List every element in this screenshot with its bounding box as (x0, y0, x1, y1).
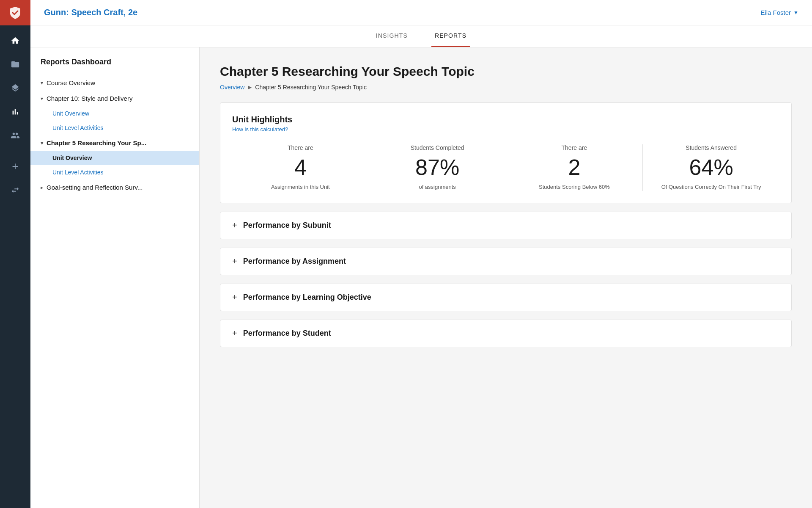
nav-bar (0, 0, 30, 508)
stat-sublabel-2: Students Scoring Below 60% (513, 183, 636, 191)
chevron-down-icon: ▾ (41, 96, 43, 102)
page-title: Chapter 5 Researching Your Speech Topic (220, 64, 792, 79)
sidebar-item-course-overview: ▾ Course Overview (30, 75, 199, 91)
stat-value-0: 4 (239, 156, 362, 178)
stat-value-3: 64% (650, 156, 773, 178)
sidebar: Reports Dashboard ▾ Course Overview ▾ Ch… (30, 47, 200, 508)
stat-sublabel-3: Of Questions Correctly On Their First Tr… (650, 183, 773, 191)
sidebar-chapter-5[interactable]: ▾ Chapter 5 Researching Your Sp... (30, 135, 199, 151)
app-title: Gunn: Speech Craft, 2e (44, 8, 137, 17)
highlights-stats: There are 4 Assignments in this Unit Stu… (232, 144, 779, 191)
performance-by-learning-objective-card[interactable]: + Performance by Learning Objective (220, 284, 792, 311)
performance-by-assignment-card[interactable]: + Performance by Assignment (220, 248, 792, 275)
expand-icon: + (232, 293, 237, 302)
main-content: Chapter 5 Researching Your Speech Topic … (200, 47, 812, 508)
sidebar-unit-activities-ch10[interactable]: Unit Level Activities (30, 121, 199, 135)
how-is-this-calculated-link[interactable]: How is this calculated? (232, 126, 779, 133)
performance-by-subunit-card[interactable]: + Performance by Subunit (220, 212, 792, 239)
user-chevron-icon: ▼ (793, 10, 798, 16)
breadcrumb-current: Chapter 5 Researching Your Speech Topic (255, 84, 367, 91)
chevron-right-icon: ▸ (41, 185, 43, 190)
unit-highlights-card: Unit Highlights How is this calculated? … (220, 102, 792, 203)
stat-label-2: There are (513, 144, 636, 151)
performance-by-learning-objective-title: Performance by Learning Objective (243, 293, 371, 302)
chevron-down-icon: ▾ (41, 140, 43, 146)
stat-label-3: Students Answered (650, 144, 773, 151)
stat-completed: Students Completed 87% of assignments (369, 144, 506, 191)
tab-reports[interactable]: REPORTS (431, 25, 470, 47)
home-nav-icon[interactable] (5, 30, 25, 51)
stat-value-1: 87% (376, 156, 499, 178)
sidebar-item-goal-setting: ▸ Goal-setting and Reflection Surv... (30, 179, 199, 195)
sidebar-chapter-course-overview[interactable]: ▾ Course Overview (30, 75, 199, 91)
performance-by-assignment-title: Performance by Assignment (243, 257, 346, 266)
stat-answered-correctly: Students Answered 64% Of Questions Corre… (643, 144, 779, 191)
chevron-down-icon: ▾ (41, 80, 43, 86)
tab-insights[interactable]: INSIGHTS (373, 25, 411, 47)
sidebar-unit-activities-ch5[interactable]: Unit Level Activities (30, 165, 199, 179)
sidebar-unit-overview-ch10[interactable]: Unit Overview (30, 106, 199, 121)
sidebar-chapter-10[interactable]: ▾ Chapter 10: Style and Delivery (30, 91, 199, 106)
breadcrumb: Overview ▶ Chapter 5 Researching Your Sp… (220, 84, 792, 91)
breadcrumb-overview-link[interactable]: Overview (220, 84, 244, 91)
highlights-title: Unit Highlights (232, 115, 779, 124)
sidebar-chapter-label: Course Overview (47, 79, 95, 86)
main-wrapper: Gunn: Speech Craft, 2e Eila Foster ▼ INS… (30, 0, 812, 508)
stat-below-60: There are 2 Students Scoring Below 60% (506, 144, 643, 191)
people-nav-icon[interactable] (5, 125, 25, 146)
stat-sublabel-0: Assignments in this Unit (239, 183, 362, 191)
sidebar-item-chapter10: ▾ Chapter 10: Style and Delivery Unit Ov… (30, 91, 199, 135)
user-name: Eila Foster (760, 9, 791, 16)
stat-value-2: 2 (513, 156, 636, 178)
top-header: Gunn: Speech Craft, 2e Eila Foster ▼ (30, 0, 812, 25)
stat-assignments: There are 4 Assignments in this Unit (232, 144, 369, 191)
performance-by-subunit-title: Performance by Subunit (243, 221, 331, 230)
stat-sublabel-1: of assignments (376, 183, 499, 191)
add-nav-icon[interactable] (5, 156, 25, 177)
expand-icon: + (232, 257, 237, 266)
performance-by-student-title: Performance by Student (243, 329, 331, 338)
sidebar-unit-overview-ch5[interactable]: Unit Overview (30, 151, 199, 165)
sidebar-item-chapter5: ▾ Chapter 5 Researching Your Sp... Unit … (30, 135, 199, 179)
folder-nav-icon[interactable] (5, 54, 25, 75)
sidebar-goal-setting-label: Goal-setting and Reflection Surv... (47, 184, 143, 191)
user-menu[interactable]: Eila Foster ▼ (760, 9, 798, 16)
transfer-nav-icon[interactable] (5, 180, 25, 200)
sidebar-chapter-5-label: Chapter 5 Researching Your Sp... (47, 139, 146, 146)
content-area: Reports Dashboard ▾ Course Overview ▾ Ch… (30, 47, 812, 508)
expand-icon: + (232, 221, 237, 230)
chart-nav-icon[interactable] (5, 102, 25, 122)
performance-by-student-card[interactable]: + Performance by Student (220, 320, 792, 347)
sidebar-chapter-10-label: Chapter 10: Style and Delivery (47, 95, 132, 102)
layers-nav-icon[interactable] (5, 78, 25, 98)
expand-icon: + (232, 329, 237, 338)
app-logo[interactable] (0, 0, 30, 25)
stat-label-0: There are (239, 144, 362, 151)
stat-label-1: Students Completed (376, 144, 499, 151)
sidebar-chapter-goal-setting[interactable]: ▸ Goal-setting and Reflection Surv... (30, 179, 199, 195)
nav-divider (8, 151, 22, 151)
sidebar-title: Reports Dashboard (30, 58, 199, 75)
tab-bar: INSIGHTS REPORTS (30, 25, 812, 47)
breadcrumb-separator: ▶ (248, 84, 252, 90)
